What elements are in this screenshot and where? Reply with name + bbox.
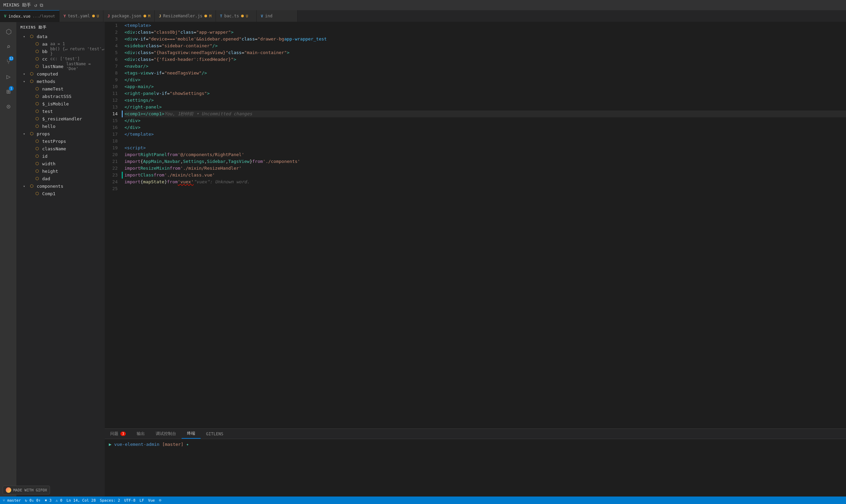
tree-item-lastname[interactable]: ⬡lastNamelastName = 'Doe' <box>16 63 105 70</box>
tree-item-test[interactable]: ⬡test <box>16 107 105 115</box>
tree-item-dad[interactable]: ⬡dad <box>16 175 105 182</box>
code-line-15: </div> <box>124 117 846 124</box>
token: <sidebar <box>124 43 146 49</box>
tree-item-label: abstractSSS <box>42 94 71 99</box>
token: = <box>255 36 258 43</box>
code-line-13: </right-panel> <box>124 104 846 111</box>
tree-item-nametest[interactable]: ⬡nameTest <box>16 85 105 93</box>
tab-bac-ts[interactable]: Tbac.tsU <box>216 10 257 22</box>
panel-tab-label-terminal: 终端 <box>187 431 195 436</box>
status-item-spaces[interactable]: Spaces: 2 <box>100 498 120 503</box>
token: "classObj" <box>154 29 180 36</box>
status-item-sync[interactable]: ↻ 0↓ 0↑ <box>25 498 40 503</box>
tab-index-vue[interactable]: Vindex.vue .../layout <box>0 10 60 22</box>
tree-item-label: testProps <box>42 139 66 144</box>
tree-arrow: ▾ <box>23 35 29 38</box>
tree-item-id[interactable]: ⬡id <box>16 152 105 160</box>
tree-item-height[interactable]: ⬡height <box>16 167 105 175</box>
code-line-14: <comp1></comp1> You, 1秒钟前 • Uncommitted … <box>124 111 846 117</box>
tree-item-methods[interactable]: ▾⬡methods <box>16 78 105 85</box>
token: , <box>180 158 183 165</box>
tree-item-label: width <box>42 161 55 166</box>
status-item-language[interactable]: Vue <box>148 498 155 503</box>
code-line-2: <div :class="classObj" class="app-wrappe… <box>124 29 846 36</box>
status-item-encoding[interactable]: UTF-8 <box>124 498 135 503</box>
status-bar: ⑂ master↻ 0↓ 0↑✖ 3⚠ 0Ln 14, Col 28Spaces… <box>0 497 846 504</box>
panel-tab-debug[interactable]: 调试控制台 <box>150 429 182 439</box>
tree-item-icon-lastname: ⬡ <box>35 64 41 69</box>
token: './mixin/ResizeHandler' <box>180 165 241 172</box>
tab-badge-resize-handler: M <box>209 14 212 18</box>
token: import <box>124 158 140 165</box>
status-item-crlf[interactable]: LF <box>139 498 144 503</box>
panel-tab-problems[interactable]: 问题3 <box>105 429 131 439</box>
tree-item-value: bb() {↵ return 'test'↵ } <box>50 47 105 56</box>
status-item-warnings[interactable]: ⚠ 0 <box>56 498 63 503</box>
tab-resize-handler[interactable]: JResizeHandler.jsM <box>155 10 216 22</box>
tree-item-width[interactable]: ⬡width <box>16 160 105 167</box>
activity-item-accounts[interactable]: ⊙ <box>1 100 15 113</box>
line-number-20: 20 <box>105 151 118 158</box>
token: <navbar <box>124 63 143 70</box>
panel-tab-output[interactable]: 输出 <box>131 429 150 439</box>
tab-badge-package-json: M <box>148 14 151 18</box>
line-number-12: 12 <box>105 97 118 104</box>
tree-item-value: cc: ['test'] <box>50 56 80 61</box>
tree-item-hello[interactable]: ⬡hello <box>16 122 105 130</box>
activity-item-extensions[interactable]: ⊞1 <box>1 85 15 98</box>
status-item-ln-col[interactable]: Ln 14, Col 28 <box>66 498 96 503</box>
tree-item-label: hello <box>42 124 55 129</box>
token: "app-wrapper" <box>196 29 231 36</box>
tree-item-icon-height: ⬡ <box>35 169 41 173</box>
activity-item-search[interactable]: ⌕ <box>1 40 15 53</box>
token: <app-main <box>124 83 148 90</box>
tree-item-label: lastName <box>42 64 64 69</box>
code-line-6: <div :class="{'fixed-header':fixedHeader… <box>124 56 846 63</box>
tree-item-components[interactable]: ▾⬡components <box>16 182 105 190</box>
tree-item-comp1[interactable]: ⬡Comp1 <box>16 190 105 197</box>
tab-icon-ind: V <box>261 14 263 18</box>
terminal-cursor: ✦ <box>186 442 189 447</box>
tab-test-yaml[interactable]: Ytest.yamlU <box>60 10 103 22</box>
activity-item-source-control[interactable]: ⑂12 <box>1 55 15 68</box>
token: app-wrapper_test <box>284 36 327 43</box>
status-item-errors[interactable]: ✖ 3 <box>45 498 52 503</box>
panel-tab-badge-problems: 3 <box>120 432 126 436</box>
tab-ind[interactable]: Vind <box>257 10 298 22</box>
reload-icon[interactable]: ↺ <box>34 2 37 8</box>
token: './components' <box>263 158 300 165</box>
tree-item-classname[interactable]: ⬡className <box>16 145 105 152</box>
tree-item-label: id <box>42 154 48 159</box>
tree-item-testprops[interactable]: ⬡testProps <box>16 137 105 145</box>
status-item-branch[interactable]: ⑂ master <box>3 498 21 503</box>
tree-item-props[interactable]: ▾⬡props <box>16 130 105 137</box>
panel-tab-terminal[interactable]: 终端 <box>182 429 201 439</box>
token: /> <box>148 97 154 104</box>
code-line-3: <div v-if="device==='mobile'&&sidebar.op… <box>124 36 846 43</box>
activity-item-run[interactable]: ▷ <box>1 70 15 83</box>
token: { <box>140 158 143 165</box>
tree-item-computed[interactable]: ▾⬡computed <box>16 70 105 78</box>
tree-item-icon-computed: ⬡ <box>30 71 35 76</box>
token: "{'fixed-header':fixedHeader}" <box>154 56 234 63</box>
tree-item-ismobile[interactable]: ⬡$_isMobile <box>16 100 105 107</box>
tabbar: Vindex.vue .../layoutYtest.yamlUJpackage… <box>0 10 846 22</box>
tree-item-data[interactable]: ▾⬡data <box>16 33 105 40</box>
code-line-5: <div :class="{hasTagsView:needTagsView}"… <box>124 49 846 56</box>
tree-arrow: ▾ <box>23 80 29 83</box>
tree-item-bb[interactable]: ⬡bbbb() {↵ return 'test'↵ } <box>16 48 105 55</box>
tree-item-abstractsss[interactable]: ⬡abstractSSS <box>16 93 105 100</box>
code-content[interactable]: <template> <div :class="classObj" class=… <box>122 22 846 429</box>
panel-tab-gitlens[interactable]: GITLENS <box>201 429 229 439</box>
tab-package-json[interactable]: Jpackage.jsonM <box>103 10 155 22</box>
activity-item-explorer[interactable]: ⬡ <box>1 25 15 38</box>
tree-item-resizehandler[interactable]: ⬡$_resizeHandler <box>16 115 105 122</box>
sidebar-content: ▾⬡data⬡aaaa = 1⬡bbbb() {↵ return 'test'↵… <box>16 33 105 497</box>
panel-tab-label-gitlens: GITLENS <box>206 432 223 436</box>
tree-item-icon-resizehandler: ⬡ <box>35 116 41 121</box>
split-icon[interactable]: ⧉ <box>40 2 43 8</box>
tree-arrow: ▾ <box>23 132 29 136</box>
tree-item-icon-ismobile: ⬡ <box>35 101 41 106</box>
token: <div <box>124 49 135 56</box>
status-item-feedback[interactable]: ☺ <box>159 498 161 503</box>
